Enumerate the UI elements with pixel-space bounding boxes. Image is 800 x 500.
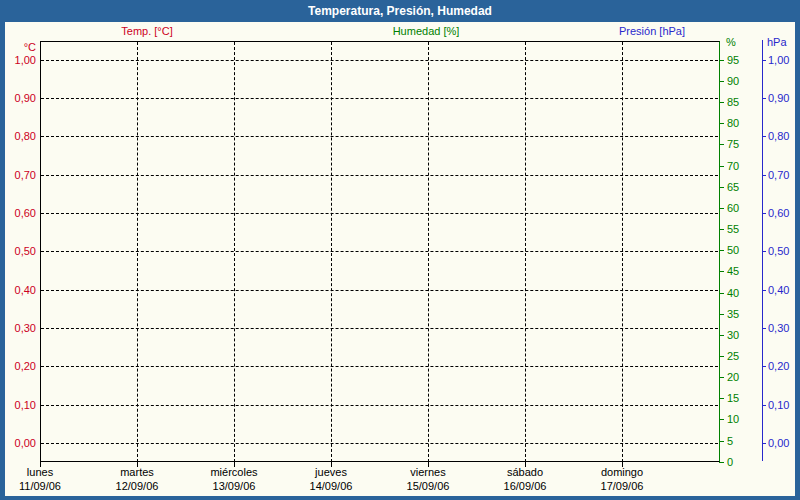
temp-axis-tick-label: 0,40 — [0, 283, 36, 297]
pressure-axis-tick — [762, 290, 766, 291]
temp-axis-tick-label: 0,80 — [0, 129, 36, 143]
humidity-axis-tick — [719, 293, 724, 294]
pressure-axis-unit: hPa — [767, 36, 787, 49]
date-label: 13/09/06 — [186, 480, 282, 493]
humidity-axis-tick — [719, 187, 724, 188]
pressure-axis-tick — [762, 366, 766, 367]
humidity-axis-tick-label: 60 — [727, 201, 739, 215]
pressure-axis-tick-label: 0,90 — [768, 91, 789, 105]
humidity-axis-tick — [719, 377, 724, 378]
humidity-axis-tick — [719, 166, 724, 167]
temp-axis-tick-label: 0,50 — [0, 244, 36, 258]
humidity-axis-tick — [719, 250, 724, 251]
temp-axis-tick-label: 0,20 — [0, 359, 36, 373]
humidity-axis-tick — [719, 419, 724, 420]
temp-axis-tick-label: 0,90 — [0, 91, 36, 105]
humidity-axis-tick-label: 5 — [727, 434, 733, 448]
h-gridline — [41, 60, 718, 61]
pressure-axis-tick-label: 0,60 — [768, 206, 789, 220]
temp-axis-tick-label: 0,10 — [0, 398, 36, 412]
v-gridline — [622, 42, 623, 462]
chart-title: Temperatura, Presión, Humedad — [308, 4, 492, 18]
humidity-axis-tick — [719, 123, 724, 124]
humidity-axis-tick-label: 15 — [727, 391, 739, 405]
day-label: domingo — [574, 466, 670, 479]
day-label: viernes — [380, 466, 476, 479]
temp-axis-tick-label: 0,70 — [0, 168, 36, 182]
pressure-axis-tick-label: 0,80 — [768, 129, 789, 143]
date-label: 15/09/06 — [380, 480, 476, 493]
pressure-axis-tick — [762, 136, 766, 137]
humidity-axis-tick-label: 95 — [727, 53, 739, 67]
day-label: martes — [89, 466, 185, 479]
humidity-axis-tick — [719, 398, 724, 399]
pressure-axis-tick-label: 0,20 — [768, 359, 789, 373]
h-gridline — [41, 443, 718, 444]
date-label: 16/09/06 — [477, 480, 573, 493]
day-label: lunes — [0, 466, 88, 479]
humidity-axis-tick — [719, 144, 724, 145]
h-gridline — [41, 290, 718, 291]
v-gridline — [428, 42, 429, 462]
v-gridline — [234, 42, 235, 462]
h-gridline — [41, 175, 718, 176]
humidity-axis-tick — [719, 441, 724, 442]
humidity-axis-tick-label: 20 — [727, 370, 739, 384]
humidity-axis-tick-label: 70 — [727, 159, 739, 173]
chart-window: Temperatura, Presión, Humedad Temp. [°C]… — [0, 0, 800, 500]
day-label: miércoles — [186, 466, 282, 479]
humidity-axis-tick-label: 35 — [727, 307, 739, 321]
humidity-axis-tick-label: 0 — [727, 455, 733, 469]
pressure-axis-tick — [762, 251, 766, 252]
humidity-axis-unit: % — [726, 36, 736, 49]
h-gridline — [41, 366, 718, 367]
humidity-axis-tick — [719, 208, 724, 209]
h-gridline — [41, 213, 718, 214]
humidity-axis-tick — [719, 60, 724, 61]
humidity-axis-tick-label: 75 — [727, 137, 739, 151]
temp-axis-tick-label: 0,30 — [0, 321, 36, 335]
h-gridline — [41, 328, 718, 329]
date-label: 17/09/06 — [574, 480, 670, 493]
h-gridline — [41, 98, 718, 99]
humidity-axis-tick-label: 80 — [727, 116, 739, 130]
humidity-axis-tick-label: 90 — [727, 74, 739, 88]
humidity-axis-tick-label: 65 — [727, 180, 739, 194]
pressure-axis-tick — [762, 443, 766, 444]
temp-axis-tick-label: 0,60 — [0, 206, 36, 220]
pressure-axis-tick-label: 0,50 — [768, 244, 789, 258]
pressure-axis-tick-label: 0,30 — [768, 321, 789, 335]
humidity-axis-tick-label: 25 — [727, 349, 739, 363]
humidity-axis-tick — [719, 335, 724, 336]
humidity-axis-tick — [719, 314, 724, 315]
temp-axis-tick-label: 0,00 — [0, 436, 36, 450]
day-label: jueves — [283, 466, 379, 479]
date-label: 14/09/06 — [283, 480, 379, 493]
date-label: 11/09/06 — [0, 480, 88, 493]
h-gridline — [41, 405, 718, 406]
title-bar: Temperatura, Presión, Humedad — [0, 0, 800, 22]
humidity-axis-tick-label: 45 — [727, 264, 739, 278]
pressure-axis-tick-label: 0,40 — [768, 283, 789, 297]
pressure-axis-tick-label: 1,00 — [768, 53, 789, 67]
pressure-axis-tick — [762, 405, 766, 406]
humidity-axis-tick — [719, 229, 724, 230]
humidity-axis-tick-label: 55 — [727, 222, 739, 236]
pressure-axis-tick — [762, 175, 766, 176]
legend-humidity: Humedad [%] — [393, 25, 460, 38]
pressure-axis-tick — [762, 213, 766, 214]
humidity-axis-tick — [719, 102, 724, 103]
pressure-axis-tick-label: 0,00 — [768, 436, 789, 450]
window-border-right — [795, 22, 800, 500]
humidity-axis-tick — [719, 356, 724, 357]
humidity-axis-tick — [719, 462, 724, 463]
v-gridline — [137, 42, 138, 462]
v-gridline — [331, 42, 332, 462]
pressure-axis-tick — [762, 328, 766, 329]
legend-temp: Temp. [°C] — [121, 25, 172, 38]
window-border-bottom — [0, 496, 800, 500]
pressure-axis-tick-label: 0,70 — [768, 168, 789, 182]
humidity-axis-tick-label: 50 — [727, 243, 739, 257]
v-gridline — [525, 42, 526, 462]
date-label: 12/09/06 — [89, 480, 185, 493]
